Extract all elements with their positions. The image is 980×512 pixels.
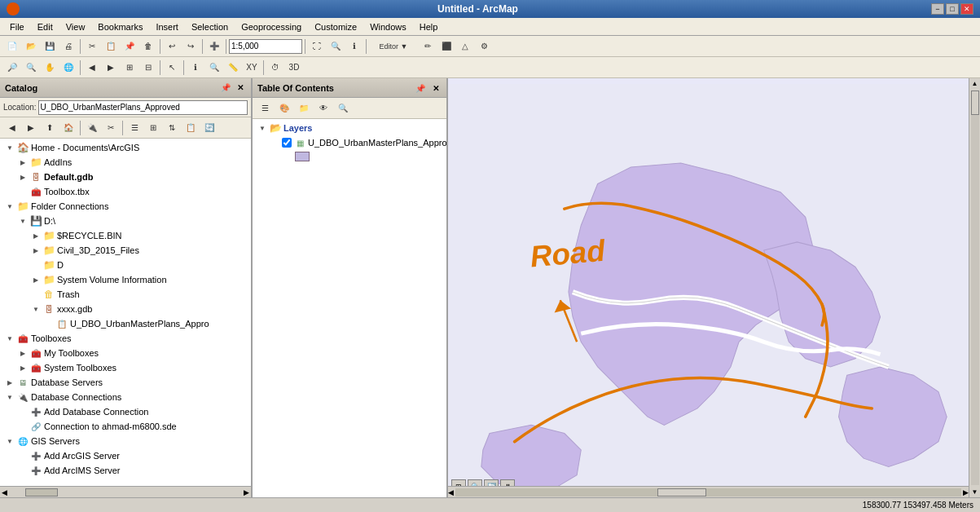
- cat-connect-btn[interactable]: 🔌: [83, 119, 101, 137]
- catalog-close-btn[interactable]: ✕: [235, 83, 246, 92]
- cat-up-btn[interactable]: ⬆: [41, 119, 59, 137]
- map-hscroll-thumb[interactable]: [657, 488, 706, 497]
- menu-help[interactable]: Help: [413, 20, 445, 33]
- tree-item-sys-vol-info[interactable]: ▶📁System Volume Information: [0, 272, 251, 287]
- expand-home[interactable]: ▼: [3, 140, 16, 155]
- zoom-in-btn[interactable]: 🔎: [3, 59, 21, 77]
- hscroll-thumb[interactable]: [25, 488, 58, 497]
- expand-system-toolboxes[interactable]: ▶: [16, 360, 29, 375]
- expand-default-gdb[interactable]: ▶: [16, 170, 29, 184]
- tree-item-database-servers[interactable]: ▶🖥Database Servers: [0, 375, 251, 390]
- tree-item-folder-connections[interactable]: ▼📁Folder Connections: [0, 199, 251, 214]
- goto-xy-btn[interactable]: XY: [243, 59, 261, 77]
- cat-back-btn[interactable]: ◀: [3, 119, 21, 137]
- expand-toolboxes[interactable]: ▼: [3, 331, 16, 346]
- toc-source-btn[interactable]: 📁: [295, 99, 313, 117]
- cat-cols-btn[interactable]: ⊞: [144, 119, 162, 137]
- expand-xxxx-gdb[interactable]: ▼: [29, 302, 42, 316]
- tree-item-toolboxes[interactable]: ▼🧰Toolboxes: [0, 331, 251, 346]
- menu-windows[interactable]: Windows: [363, 20, 413, 33]
- new-btn[interactable]: 📄: [3, 38, 21, 55]
- toc-close-btn[interactable]: ✕: [430, 84, 442, 93]
- tree-item-civil3d-files[interactable]: ▶📁Civil_3D_2015_Files: [0, 243, 251, 258]
- expand-sys-vol-info[interactable]: ▶: [29, 272, 42, 287]
- map-area[interactable]: Road ▲ ▼ ⊞ 🔍 🔄 ⏸ ◀ ▶: [448, 78, 980, 497]
- tree-item-recycle-bin[interactable]: ▶📁$RECYCLE.BIN: [0, 228, 251, 243]
- map-hscroll-left[interactable]: ◀: [448, 488, 454, 497]
- toc-drawing-btn[interactable]: 🎨: [275, 99, 293, 117]
- expand-my-toolboxes[interactable]: ▶: [16, 346, 29, 360]
- copy-btn[interactable]: 📋: [102, 38, 120, 55]
- tree-item-u-dbo-layer[interactable]: 📋U_DBO_UrbanMasterPlans_Appro: [0, 316, 251, 331]
- menu-bookmarks[interactable]: Bookmarks: [91, 20, 149, 33]
- scroll-up-arrow[interactable]: ▲: [972, 78, 978, 89]
- toc-list-btn[interactable]: ☰: [256, 99, 274, 117]
- menu-selection[interactable]: Selection: [185, 20, 235, 33]
- globe-btn[interactable]: 🌐: [59, 59, 77, 77]
- minimize-button[interactable]: −: [931, 3, 944, 15]
- menu-geoprocessing[interactable]: Geoprocessing: [235, 20, 308, 33]
- scroll-down-arrow[interactable]: ▼: [972, 487, 978, 497]
- add-data-btn[interactable]: ➕: [205, 38, 223, 55]
- open-btn[interactable]: 📂: [22, 38, 40, 55]
- tree-item-addins[interactable]: ▶📁AddIns: [0, 155, 251, 170]
- expand-folder-connections[interactable]: ▼: [3, 199, 16, 214]
- map-hscroll[interactable]: ◀ ▶: [448, 486, 969, 497]
- tree-item-default-gdb[interactable]: ▶🗄Default.gdb: [0, 170, 251, 184]
- layers-expand-icon[interactable]: ▼: [256, 121, 269, 135]
- cat-disconnect-btn[interactable]: ✂: [102, 119, 120, 137]
- undo-btn[interactable]: ↩: [163, 38, 181, 55]
- tree-item-system-toolboxes[interactable]: ▶🧰System Toolboxes: [0, 360, 251, 375]
- select-btn[interactable]: ↖: [163, 59, 181, 77]
- tree-item-trash[interactable]: 🗑Trash: [0, 287, 251, 302]
- time-btn[interactable]: ⏱: [266, 59, 284, 77]
- expand-gis-servers[interactable]: ▼: [3, 434, 16, 448]
- cat-forward-btn[interactable]: ▶: [22, 119, 40, 137]
- cat-view-btn[interactable]: ☰: [125, 119, 143, 137]
- expand-database-connections[interactable]: ▼: [3, 390, 16, 404]
- find-btn[interactable]: 🔍: [205, 59, 223, 77]
- location-input[interactable]: [38, 100, 248, 115]
- toc-search-btn[interactable]: 🔍: [334, 99, 352, 117]
- pan-btn[interactable]: ✋: [41, 59, 59, 77]
- maximize-button[interactable]: □: [946, 3, 959, 15]
- tree-item-database-connections[interactable]: ▼🔌Database Connections: [0, 390, 251, 404]
- expand-addins[interactable]: ▶: [16, 155, 29, 170]
- cat-home-btn[interactable]: 🏠: [59, 119, 77, 137]
- tree-item-add-arcgis-server[interactable]: ➕Add ArcGIS Server: [0, 448, 251, 463]
- zoom-sel-btn[interactable]: ⊟: [139, 59, 157, 77]
- edit-btn-2[interactable]: ⬛: [437, 38, 455, 55]
- delete-btn[interactable]: 🗑: [139, 38, 157, 55]
- tree-item-add-db-connection[interactable]: ➕Add Database Connection: [0, 404, 251, 419]
- cat-metadata-btn[interactable]: 📋: [182, 119, 200, 137]
- toc-layers-group[interactable]: ▼ 📂 Layers: [253, 121, 446, 135]
- toc-visibility-btn[interactable]: 👁: [314, 99, 332, 117]
- catalog-hscroll[interactable]: ◀ ▶: [0, 486, 251, 497]
- zoom-prev-btn[interactable]: ◀: [83, 59, 101, 77]
- edit-btn-4[interactable]: ⚙: [475, 38, 493, 55]
- toc-pin-btn[interactable]: 📌: [413, 84, 428, 93]
- zoom-next-btn[interactable]: ▶: [102, 59, 120, 77]
- expand-d-drive[interactable]: ▼: [16, 214, 29, 228]
- tree-item-connection-sde[interactable]: 🔗Connection to ahmad-m6800.sde: [0, 419, 251, 434]
- hscroll-right[interactable]: ▶: [242, 488, 251, 497]
- menu-view[interactable]: View: [59, 20, 92, 33]
- zoom-out-btn[interactable]: 🔍: [22, 59, 40, 77]
- close-button[interactable]: ✕: [960, 3, 973, 15]
- layer-visibility-checkbox[interactable]: [282, 138, 292, 148]
- tree-item-d-folder[interactable]: 📁D: [0, 258, 251, 272]
- menu-customize[interactable]: Customize: [308, 20, 363, 33]
- menu-insert[interactable]: Insert: [149, 20, 185, 33]
- zoom-layer-btn[interactable]: 🔍: [327, 38, 345, 55]
- tree-item-add-arcims-server[interactable]: ➕Add ArcIMS Server: [0, 463, 251, 478]
- tree-item-xxxx-gdb[interactable]: ▼🗄xxxx.gdb: [0, 302, 251, 316]
- editor-dropdown[interactable]: Editor ▼: [369, 38, 418, 55]
- scale-input[interactable]: 1:5,000: [229, 39, 302, 54]
- edit-btn-1[interactable]: ✏: [419, 38, 437, 55]
- tree-item-d-drive[interactable]: ▼💾D:\: [0, 214, 251, 228]
- meas-btn[interactable]: 📏: [224, 59, 242, 77]
- expand-database-servers[interactable]: ▶: [3, 375, 16, 390]
- identify-tool[interactable]: ℹ: [187, 59, 204, 77]
- tree-item-home[interactable]: ▼🏠Home - Documents\ArcGIS: [0, 140, 251, 155]
- tree-item-toolbox-tbx[interactable]: 🧰Toolbox.tbx: [0, 184, 251, 199]
